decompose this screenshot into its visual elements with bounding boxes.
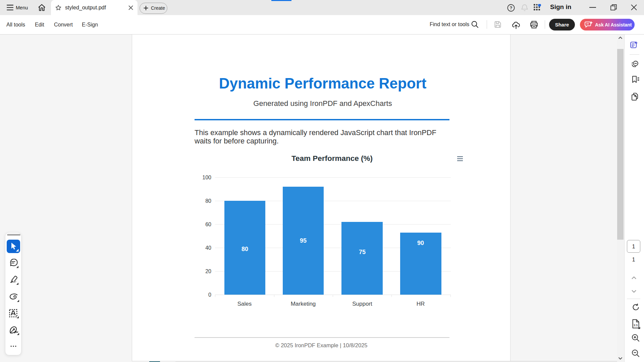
svg-text:Marketing: Marketing [291, 301, 316, 307]
svg-text:80: 80 [241, 246, 248, 252]
svg-text:100: 100 [202, 175, 211, 180]
svg-text:1:1: 1:1 [634, 323, 638, 327]
svg-text:Support: Support [352, 301, 372, 307]
svg-text:HR: HR [417, 301, 425, 307]
svg-text:0: 0 [208, 292, 211, 298]
svg-text:?: ? [510, 5, 513, 10]
svg-text:95: 95 [300, 237, 307, 244]
svg-text:Sales: Sales [237, 301, 252, 307]
svg-text:20: 20 [205, 268, 211, 274]
svg-text:Team Performance (%): Team Performance (%) [291, 154, 373, 163]
svg-text:80: 80 [205, 198, 211, 204]
svg-text:60: 60 [205, 222, 211, 227]
svg-text:75: 75 [359, 249, 366, 255]
svg-text:40: 40 [205, 245, 211, 251]
svg-text:90: 90 [417, 240, 424, 246]
